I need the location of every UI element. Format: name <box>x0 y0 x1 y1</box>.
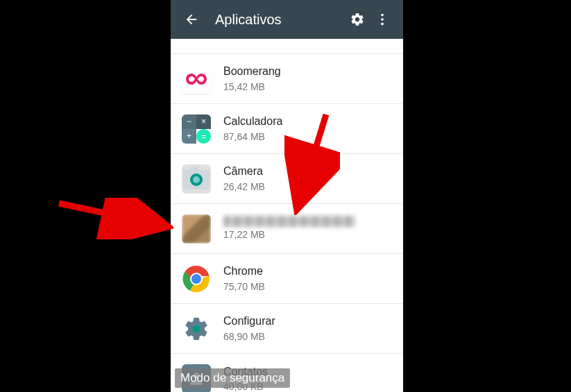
app-name: Câmera <box>223 164 392 179</box>
app-text: Chrome 75,70 MB <box>223 264 392 293</box>
more-button[interactable] <box>370 7 395 32</box>
config-gear-icon <box>182 314 211 343</box>
app-size: 26,42 MB <box>223 180 392 193</box>
app-name: Calculadora <box>223 114 392 129</box>
toolbar: Aplicativos <box>171 0 403 39</box>
safe-mode-badge: Modo de segurança <box>175 368 290 388</box>
page-title: Aplicativos <box>215 12 345 28</box>
settings-button[interactable] <box>345 7 370 32</box>
svg-text:+: + <box>187 131 191 141</box>
svg-point-17 <box>191 274 201 284</box>
more-vert-icon <box>375 12 390 27</box>
app-text: Câmera 26,42 MB <box>223 164 392 193</box>
arrow-back-icon <box>184 12 199 27</box>
app-name: Boomerang <box>223 65 392 79</box>
svg-point-1 <box>381 18 384 21</box>
calculator-icon: − × + = <box>182 114 211 144</box>
app-name: Chrome <box>223 264 392 279</box>
boomerang-icon <box>182 65 211 94</box>
chrome-icon <box>182 264 211 293</box>
list-item[interactable] <box>171 39 403 54</box>
svg-point-2 <box>381 23 384 26</box>
svg-line-19 <box>59 203 163 225</box>
app-name: Configurar <box>223 314 392 329</box>
app-size: 17,22 MB <box>223 228 392 241</box>
camera-icon <box>182 164 211 194</box>
svg-point-14 <box>193 176 200 183</box>
svg-rect-12 <box>190 167 198 171</box>
blurred-app-icon <box>182 214 211 244</box>
app-size: 15,42 MB <box>223 80 392 93</box>
phone-screen: Aplicativos Boomerang 15,42 MB <box>171 0 403 392</box>
app-text: 17,22 MB <box>223 216 392 241</box>
back-button[interactable] <box>179 7 204 32</box>
app-text: Boomerang 15,42 MB <box>223 65 392 93</box>
app-size: 75,70 MB <box>223 280 392 293</box>
list-item[interactable]: Câmera 26,42 MB <box>171 154 403 204</box>
app-name-obscured <box>223 216 355 227</box>
app-size: 68,90 MB <box>223 330 392 343</box>
app-text: Calculadora 87,64 MB <box>223 114 392 143</box>
app-list[interactable]: Boomerang 15,42 MB − × + = Calculadora <box>171 39 403 392</box>
list-item[interactable]: Configurar 68,90 MB <box>171 304 403 354</box>
list-item[interactable]: Chrome 75,70 MB <box>171 254 403 304</box>
svg-text:=: = <box>201 131 206 141</box>
svg-text:−: − <box>187 117 191 126</box>
svg-point-18 <box>193 325 201 332</box>
annotation-arrow-left <box>56 198 173 239</box>
svg-text:×: × <box>201 117 206 126</box>
svg-point-0 <box>381 14 384 17</box>
app-size: 87,64 MB <box>223 130 392 143</box>
list-item[interactable]: − × + = Calculadora 87,64 MB <box>171 104 403 154</box>
list-item[interactable]: Boomerang 15,42 MB <box>171 54 403 104</box>
list-item[interactable]: 17,22 MB <box>171 204 403 254</box>
app-text: Configurar 68,90 MB <box>223 314 392 343</box>
gear-icon <box>350 12 365 27</box>
